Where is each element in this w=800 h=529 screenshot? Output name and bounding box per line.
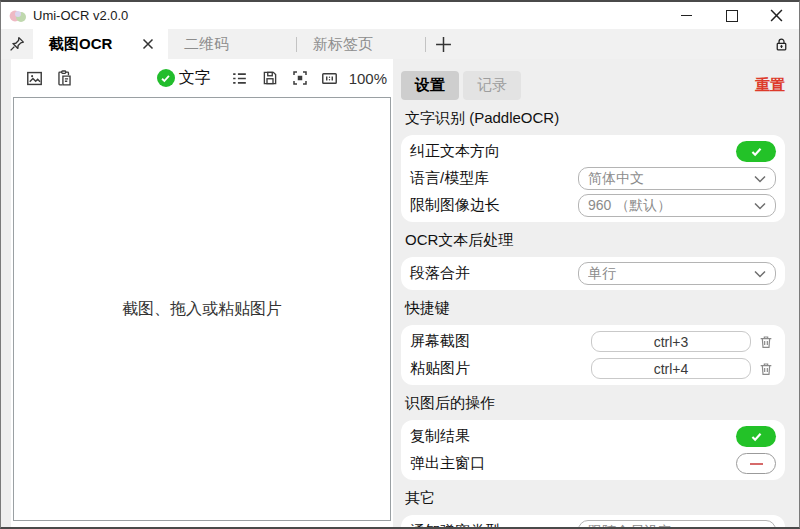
plus-icon: [435, 36, 452, 53]
hotkeys-card: 屏幕截图 ctrl+3 粘贴图片 ctrl+4: [401, 325, 785, 385]
app-icon: [9, 8, 27, 24]
screenshot-hotkey-input[interactable]: ctrl+3: [591, 331, 751, 352]
setting-row-popup-window: 弹出主窗口: [410, 450, 776, 477]
ocr-engine-status[interactable]: 文字: [157, 65, 221, 91]
chevron-down-icon: [754, 270, 766, 278]
check-icon: [750, 430, 763, 443]
setting-label: 语言/模型库: [410, 169, 489, 188]
open-image-button[interactable]: [21, 65, 47, 91]
main-content: 文字: [1, 59, 799, 527]
close-button[interactable]: [754, 2, 799, 29]
tab-label: 新标签页: [313, 35, 373, 54]
tab-close-button[interactable]: [138, 34, 158, 54]
paragraph-merge-dropdown[interactable]: 单行: [578, 262, 776, 285]
save-result-button[interactable]: [257, 65, 283, 91]
chevron-down-icon: [754, 175, 766, 183]
tab-new-page[interactable]: 新标签页: [297, 29, 425, 59]
setting-row-screenshot-hotkey: 屏幕截图 ctrl+3: [410, 328, 776, 355]
dropdown-value: 单行: [588, 265, 754, 283]
dropdown-value: 简体中文: [588, 170, 754, 188]
close-icon: [142, 38, 154, 50]
trash-icon: [758, 361, 774, 377]
setting-label: 限制图像边长: [410, 196, 500, 215]
setting-row-fix-direction: 纠正文本方向: [410, 138, 776, 165]
setting-label: 纠正文本方向: [410, 142, 500, 161]
text-layout-button[interactable]: [227, 65, 253, 91]
minus-icon: [750, 463, 763, 465]
setting-label: 屏幕截图: [410, 332, 470, 351]
dropdown-value: 跟随全局设定: [588, 523, 754, 528]
setting-row-paste-hotkey: 粘贴图片 ctrl+4: [410, 355, 776, 382]
setting-row-notification-type: 通知弹窗类型 跟随全局设定: [410, 518, 776, 527]
list-icon: [230, 69, 249, 88]
clear-paste-hotkey-button[interactable]: [756, 359, 776, 379]
notification-type-dropdown[interactable]: 跟随全局设定: [578, 520, 776, 527]
tab-label: 二维码: [184, 35, 229, 54]
paste-hotkey-input[interactable]: ctrl+4: [591, 358, 751, 379]
title-bar: Umi-OCR v2.0.0: [1, 2, 799, 29]
fix-direction-toggle[interactable]: [736, 141, 776, 162]
copy-result-toggle[interactable]: [736, 426, 776, 447]
after-recognition-card: 复制结果 弹出主窗口: [401, 420, 785, 480]
ocr-settings-card: 纠正文本方向 语言/模型库 简体中文: [401, 135, 785, 222]
maximize-icon: [726, 10, 738, 22]
tab-bar: 截图OCR 二维码 新标签页: [1, 29, 799, 59]
check-icon: [750, 145, 763, 158]
clipboard-icon: [55, 69, 74, 88]
section-title-other: 其它: [405, 489, 785, 508]
popup-main-window-toggle[interactable]: [736, 453, 776, 474]
new-tab-button[interactable]: [426, 29, 460, 59]
lock-button[interactable]: [763, 29, 799, 59]
setting-row-copy-result: 复制结果: [410, 423, 776, 450]
pin-button[interactable]: [1, 29, 33, 59]
tab-records[interactable]: 记录: [463, 71, 521, 100]
section-title-ocr: 文字识别 (PaddleOCR): [405, 109, 785, 128]
setting-label: 复制结果: [410, 427, 470, 446]
check-circle-icon: [157, 69, 175, 87]
image-toolbar: 文字: [11, 59, 393, 97]
post-processing-card: 段落合并 单行: [401, 257, 785, 290]
section-title-after: 识图后的操作: [405, 394, 785, 413]
reset-button[interactable]: 重置: [755, 76, 785, 95]
dropdown-value: 960 （默认）: [588, 197, 754, 215]
setting-label: 弹出主窗口: [410, 454, 485, 473]
window-title: Umi-OCR v2.0.0: [33, 8, 128, 23]
clear-screenshot-hotkey-button[interactable]: [756, 332, 776, 352]
maximize-button[interactable]: [709, 2, 754, 29]
dropzone-hint: 截图、拖入或粘贴图片: [122, 299, 282, 320]
ocr-mode-label: 文字: [179, 68, 211, 89]
setting-row-paragraph-merge: 段落合并 单行: [410, 260, 776, 287]
trash-icon: [758, 334, 774, 350]
minimize-icon: [681, 15, 692, 16]
screenshot-crop-button[interactable]: [287, 65, 313, 91]
setting-row-max-side: 限制图像边长 960 （默认）: [410, 192, 776, 219]
tab-qrcode[interactable]: 二维码: [168, 29, 296, 59]
window-controls: [664, 2, 799, 29]
settings-tab-bar: 设置 记录 重置: [401, 71, 785, 100]
tab-label: 截图OCR: [49, 35, 138, 54]
close-icon: [770, 9, 783, 22]
setting-row-language: 语言/模型库 简体中文: [410, 165, 776, 192]
section-title-post: OCR文本后处理: [405, 231, 785, 250]
minimize-button[interactable]: [664, 2, 709, 29]
zoom-level-indicator[interactable]: 100%: [349, 70, 387, 87]
tab-settings[interactable]: 设置: [401, 71, 459, 100]
image-drop-area[interactable]: 截图、拖入或粘贴图片: [13, 97, 391, 521]
tab-screenshot-ocr[interactable]: 截图OCR: [33, 29, 168, 59]
section-title-hotkeys: 快捷键: [405, 299, 785, 318]
one-to-one-icon: [320, 69, 339, 88]
language-model-dropdown[interactable]: 简体中文: [578, 167, 776, 190]
lock-icon: [773, 36, 790, 53]
setting-label: 粘贴图片: [410, 359, 470, 378]
pin-icon: [8, 35, 26, 53]
other-settings-card: 通知弹窗类型 跟随全局设定: [401, 515, 785, 527]
setting-label: 段落合并: [410, 264, 470, 283]
max-image-side-dropdown[interactable]: 960 （默认）: [578, 194, 776, 217]
save-icon: [261, 69, 279, 87]
one-to-one-zoom-button[interactable]: [317, 65, 343, 91]
paste-image-button[interactable]: [51, 65, 77, 91]
app-window: Umi-OCR v2.0.0 截图OCR: [0, 0, 800, 529]
screenshot-ocr-panel: 文字: [11, 59, 393, 527]
crop-icon: [291, 69, 309, 87]
settings-panel: 设置 记录 重置 文字识别 (PaddleOCR) 纠正文本方向 语言/模型库: [393, 59, 799, 527]
